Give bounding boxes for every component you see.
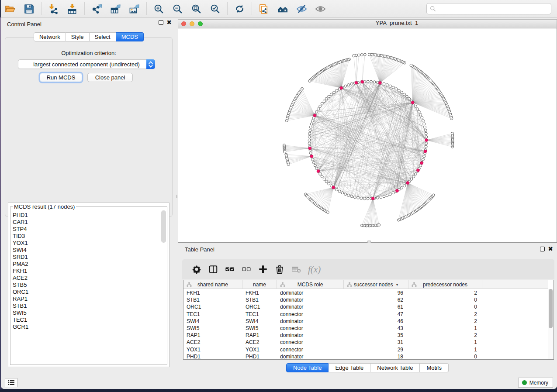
toolbar-group: [44, 0, 82, 17]
zoom-out-button[interactable]: [168, 1, 187, 16]
cell-successor-nodes: 31: [344, 339, 408, 346]
mcds-result-node[interactable]: CAR1: [11, 219, 161, 226]
clone-network-button[interactable]: [255, 1, 273, 16]
mcds-result-node[interactable]: PHD1: [11, 212, 161, 219]
show-all-button[interactable]: [311, 1, 330, 16]
cell-successor-nodes: 62: [344, 296, 408, 303]
mcds-result-node[interactable]: TID3: [11, 233, 161, 240]
float-table-panel-icon[interactable]: [540, 247, 545, 251]
mcds-result-node[interactable]: STB5: [11, 282, 161, 289]
toolbar-group: [87, 0, 144, 17]
table-settings-button[interactable]: [188, 262, 205, 277]
export-image-button[interactable]: [125, 1, 144, 16]
column-header-predecessor-nodes[interactable]: predecessor nodes: [408, 280, 482, 289]
tab-select[interactable]: Select: [90, 32, 116, 41]
table-settings-icon: [192, 265, 201, 274]
table-scrollbar[interactable]: [548, 289, 554, 359]
cell-successor-nodes: 46: [344, 318, 408, 325]
zoom-selected-button[interactable]: [206, 1, 225, 16]
status-bar: Memory: [1, 376, 557, 389]
mcds-result-node[interactable]: YOX1: [11, 240, 161, 247]
mcds-result-node[interactable]: FKH1: [11, 268, 161, 275]
column-header-successor-nodes[interactable]: successor nodes ▾: [344, 280, 408, 289]
table-row[interactable]: TEC1TEC1connector472: [183, 311, 482, 318]
mcds-result-node[interactable]: GCR1: [11, 323, 161, 330]
tab-network[interactable]: Network: [34, 32, 66, 41]
apply-layout-button[interactable]: [230, 1, 249, 16]
network-view-frame: YPA_prune.txt_1: [178, 18, 557, 243]
cell-predecessor-nodes: 2: [408, 318, 482, 325]
cell-predecessor-nodes: 1: [408, 325, 482, 332]
mcds-result-node[interactable]: RAP1: [11, 296, 161, 303]
cell-MCDS-role: connector: [277, 325, 344, 332]
memory-button[interactable]: Memory: [518, 378, 553, 388]
table-row[interactable]: RAP1RAP1dominator352: [183, 332, 482, 339]
tab-mcds[interactable]: MCDS: [116, 32, 144, 41]
mcds-result-title: MCDS result (17 nodes): [13, 203, 76, 210]
run-mcds-button[interactable]: Run MCDS: [40, 73, 82, 82]
cell-shared-name: YOX1: [183, 346, 242, 353]
optimization-criterion-label: Optimization criterion:: [2, 50, 176, 56]
network-canvas[interactable]: [178, 28, 557, 243]
delete-column-button[interactable]: [271, 262, 288, 277]
table-row[interactable]: FKH1FKH1dominator962: [183, 289, 482, 296]
table-row[interactable]: PHD1PHD1dominator180: [183, 353, 482, 360]
toolbar-separator: [41, 2, 42, 15]
table-row[interactable]: ORC1ORC1dominator610: [183, 303, 482, 310]
close-panel-button[interactable]: Close panel: [87, 73, 133, 82]
close-table-panel-icon[interactable]: ✖: [548, 247, 553, 251]
first-neighbors-button[interactable]: [273, 1, 292, 16]
mcds-result-node[interactable]: SRD1: [11, 254, 161, 261]
mcds-result-node[interactable]: STP4: [11, 226, 161, 233]
toolbar-separator: [252, 2, 252, 15]
add-column-icon: [258, 265, 268, 274]
mcds-result-node[interactable]: TEC1: [11, 316, 161, 323]
add-column-button[interactable]: [255, 262, 271, 277]
tab-motifs[interactable]: Motifs: [420, 363, 449, 372]
zoom-fit-button[interactable]: [187, 1, 206, 16]
deselect-all-rows-button[interactable]: [238, 262, 255, 277]
cell-shared-name: ACE2: [183, 339, 242, 346]
cell-shared-name: SWI4: [183, 318, 242, 325]
result-list-scrollbar[interactable]: [161, 210, 166, 243]
save-session-button[interactable]: [20, 1, 38, 16]
tab-edge-table[interactable]: Edge Table: [329, 363, 370, 372]
table-row[interactable]: STB1STB1dominator620: [183, 296, 482, 303]
export-table-button[interactable]: [106, 1, 125, 16]
mcds-result-node[interactable]: ORC1: [11, 289, 161, 296]
import-table-button[interactable]: [63, 1, 82, 16]
optimization-criterion-select[interactable]: largest connected component (undirected): [18, 59, 155, 69]
column-header-shared-name[interactable]: shared name: [183, 280, 242, 289]
show-column-button[interactable]: [205, 262, 221, 277]
table-row[interactable]: SWI4SWI4dominator462: [183, 318, 482, 325]
table-row[interactable]: YOX1YOX1connector291: [183, 346, 482, 353]
export-network-button[interactable]: [87, 1, 106, 16]
panel-menu-button[interactable]: [5, 378, 17, 387]
table-row[interactable]: SWI5SWI5connector431: [183, 325, 482, 332]
mcds-result-list: PHD1CAR1STP4TID3YOX1SWI4SRD1PMA2FKH1ACE2…: [11, 212, 161, 364]
tab-node-table[interactable]: Node Table: [286, 363, 329, 372]
mcds-result-node[interactable]: ACE2: [11, 275, 161, 282]
apply-layout-icon: [234, 3, 245, 14]
mcds-result-node[interactable]: SWI5: [11, 309, 161, 316]
table-row[interactable]: ACE2ACE2connector311: [183, 339, 482, 346]
mcds-result-node[interactable]: STB1: [11, 303, 161, 309]
select-all-rows-button[interactable]: [221, 262, 238, 277]
column-header-MCDS-role[interactable]: MCDS role: [277, 280, 344, 289]
tab-style[interactable]: Style: [66, 32, 90, 41]
search-input[interactable]: [426, 3, 551, 14]
import-network-button[interactable]: [44, 1, 63, 16]
open-file-button[interactable]: [1, 1, 20, 16]
column-header-name[interactable]: name: [242, 280, 277, 289]
toolbar-group: [149, 0, 225, 17]
close-panel-icon[interactable]: ✖: [166, 20, 172, 25]
open-file-icon: [5, 3, 16, 14]
table-scrollbar-thumb[interactable]: [549, 289, 553, 328]
cell-MCDS-role: connector: [277, 311, 344, 318]
hide-selected-button[interactable]: [292, 1, 311, 16]
mcds-result-node[interactable]: PMA2: [11, 261, 161, 268]
tab-network-table[interactable]: Network Table: [370, 363, 420, 372]
float-panel-icon[interactable]: [159, 20, 163, 25]
zoom-in-button[interactable]: [149, 1, 168, 16]
mcds-result-node[interactable]: SWI4: [11, 247, 161, 254]
